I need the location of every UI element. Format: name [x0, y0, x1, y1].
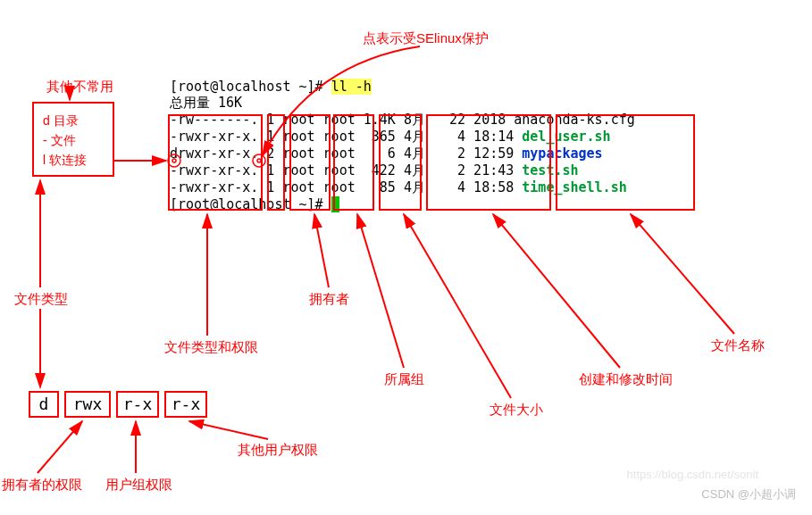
uncommon-legend-box: d 目录 - 文件 l 软连接 — [32, 102, 114, 177]
svg-line-12 — [493, 214, 620, 368]
label-group: 所属组 — [384, 371, 424, 388]
label-size: 文件大小 — [490, 402, 543, 419]
col-box-perm — [168, 114, 263, 211]
label-owner-perm: 拥有者的权限 — [2, 477, 82, 494]
selinux-note: 点表示受SElinux保护 — [363, 30, 489, 47]
perm-box-rx2: r-x — [164, 391, 207, 418]
col-box-group — [333, 114, 374, 211]
col-box-links — [267, 114, 285, 211]
perm-box-rx1: r-x — [116, 391, 159, 418]
svg-line-16 — [189, 421, 268, 439]
legend-dash: - 文件 — [43, 130, 104, 150]
label-owner: 拥有者 — [309, 291, 349, 308]
label-filetype: 文件类型 — [14, 291, 68, 308]
uncommon-title: 其他不常用 — [46, 79, 113, 96]
col-box-date — [426, 114, 551, 211]
col-box-name — [556, 114, 695, 211]
svg-line-14 — [38, 421, 82, 473]
label-mtime: 创建和修改时间 — [579, 371, 673, 388]
label-type-perm: 文件类型和权限 — [164, 339, 258, 356]
legend-l: l 软连接 — [43, 150, 104, 170]
label-name: 文件名称 — [711, 337, 765, 354]
perm-box-rwx: rwx — [64, 391, 111, 418]
perm-box-d: d — [29, 391, 59, 418]
svg-line-13 — [631, 214, 734, 334]
label-group-perm: 用户组权限 — [105, 477, 172, 494]
watermark: https://blog.csdn.net/sonit — [627, 468, 758, 481]
legend-d: d 目录 — [43, 111, 104, 130]
col-box-owner — [289, 114, 331, 211]
label-other-perm: 其他用户权限 — [238, 442, 318, 459]
svg-line-9 — [314, 214, 329, 287]
svg-line-10 — [357, 214, 404, 368]
annotation-arrows — [0, 0, 812, 515]
credit: CSDN @小超小调 — [701, 486, 796, 503]
col-box-size — [379, 114, 422, 211]
